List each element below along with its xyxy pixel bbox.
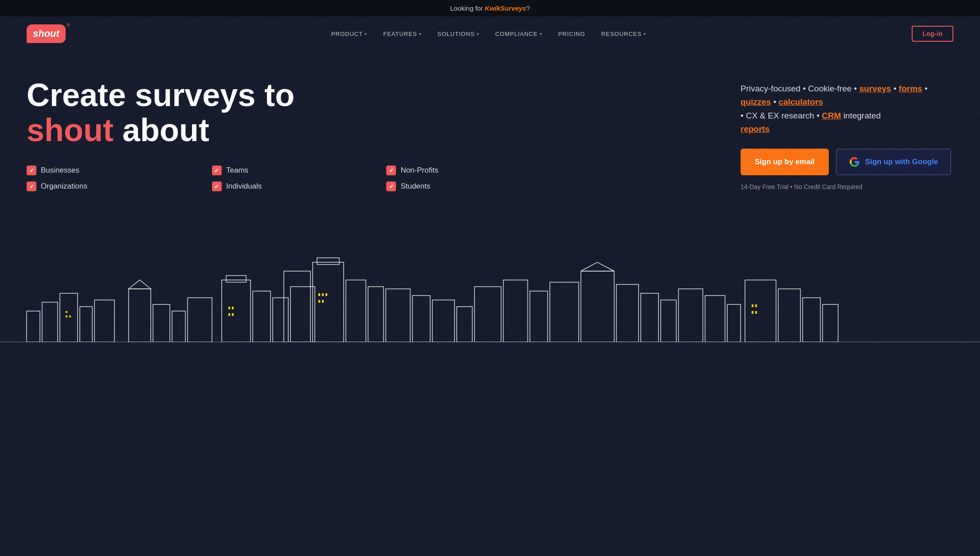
check-icon-nonprofits — [386, 166, 396, 175]
chevron-icon: ▾ — [643, 32, 646, 36]
svg-rect-36 — [474, 287, 501, 342]
logo-text: shout — [33, 28, 59, 39]
svg-rect-3 — [80, 307, 92, 342]
svg-rect-39 — [550, 282, 579, 342]
svg-rect-40 — [581, 271, 614, 342]
nav-item-features[interactable]: FEATURES ▾ — [383, 31, 421, 37]
svg-rect-10 — [153, 304, 170, 342]
svg-rect-27 — [318, 293, 320, 296]
nav-item-resources[interactable]: RESOURCES ▾ — [601, 31, 646, 37]
svg-rect-50 — [803, 298, 820, 342]
svg-rect-47 — [727, 304, 741, 342]
nav-item-pricing[interactable]: PRICING — [558, 31, 585, 37]
svg-rect-4 — [94, 300, 114, 342]
svg-rect-34 — [432, 300, 455, 342]
svg-rect-23 — [313, 262, 344, 342]
svg-rect-1 — [42, 302, 58, 342]
svg-rect-14 — [226, 276, 246, 282]
signup-email-button[interactable]: Sign up by email — [741, 149, 829, 175]
link-surveys[interactable]: surveys — [859, 84, 891, 93]
svg-rect-33 — [412, 296, 430, 342]
city-skyline-illustration — [0, 218, 980, 342]
hero-title: Create surveys to shout about — [27, 78, 537, 148]
svg-rect-55 — [755, 311, 757, 314]
login-button[interactable]: Log-in — [912, 26, 953, 42]
nav-links: PRODUCT ▾ FEATURES ▾ SOLUTIONS ▾ COMPLIA… — [331, 31, 646, 37]
svg-marker-9 — [129, 280, 151, 289]
signup-google-button[interactable]: Sign up with Google — [836, 149, 951, 175]
announcement-text: Looking for KwikSurveys? — [450, 4, 530, 12]
link-crm[interactable]: CRM — [822, 111, 841, 120]
list-item: Students — [386, 181, 536, 191]
svg-rect-25 — [346, 280, 366, 342]
check-icon-students — [386, 181, 396, 191]
list-item: Individuals — [212, 181, 360, 191]
svg-rect-53 — [755, 304, 757, 307]
google-logo-icon — [849, 157, 860, 167]
checklist: Businesses Teams Non-Profits Organizatio… — [27, 166, 537, 191]
svg-rect-42 — [616, 284, 639, 342]
skyline-section — [0, 218, 980, 342]
svg-rect-52 — [752, 304, 753, 307]
nav-link-features[interactable]: FEATURES ▾ — [383, 31, 421, 37]
hero-highlight: shout — [27, 112, 114, 148]
kwiksurveys-link[interactable]: KwikSurveys — [485, 4, 526, 12]
svg-rect-5 — [66, 315, 67, 317]
svg-rect-19 — [232, 307, 234, 309]
svg-rect-37 — [503, 280, 528, 342]
nav-item-product[interactable]: PRODUCT ▾ — [331, 31, 367, 37]
nav-link-compliance[interactable]: COMPLIANCE ▾ — [495, 31, 542, 37]
svg-rect-16 — [273, 298, 288, 342]
chevron-icon: ▾ — [419, 32, 422, 36]
svg-rect-21 — [232, 313, 234, 316]
nav-item-solutions[interactable]: SOLUTIONS ▾ — [438, 31, 479, 37]
announcement-bar: Looking for KwikSurveys? — [0, 0, 980, 16]
svg-rect-18 — [228, 307, 230, 309]
list-item: Organizations — [27, 181, 185, 191]
link-reports[interactable]: reports — [741, 124, 769, 134]
svg-rect-48 — [745, 280, 776, 342]
svg-rect-0 — [27, 311, 40, 342]
svg-rect-13 — [222, 280, 251, 342]
svg-rect-28 — [322, 293, 324, 296]
nav-link-resources[interactable]: RESOURCES ▾ — [601, 31, 646, 37]
svg-rect-31 — [322, 300, 324, 303]
check-icon-teams — [212, 166, 222, 175]
trial-text: 14-Day Free Trial • No Credit Card Requi… — [741, 183, 953, 190]
svg-rect-26 — [368, 287, 384, 342]
nav-link-pricing[interactable]: PRICING — [558, 31, 585, 37]
chevron-icon: ▾ — [540, 32, 542, 36]
svg-rect-38 — [530, 291, 548, 342]
svg-rect-6 — [66, 311, 67, 313]
link-forms[interactable]: forms — [899, 84, 922, 93]
svg-rect-49 — [778, 289, 800, 342]
link-quizzes[interactable]: quizzes — [741, 97, 771, 106]
list-item: Teams — [212, 166, 360, 175]
link-calculators[interactable]: calculators — [779, 97, 823, 106]
logo-link[interactable]: shout — [27, 24, 66, 43]
hero-section: Create surveys to shout about Businesses… — [0, 51, 980, 209]
hero-left: Create surveys to shout about Businesses… — [27, 78, 537, 191]
svg-rect-35 — [457, 307, 472, 342]
svg-rect-44 — [661, 300, 676, 342]
tagline: Privacy-focused • Cookie-free • surveys … — [741, 82, 953, 136]
svg-rect-29 — [325, 293, 327, 296]
svg-rect-8 — [129, 289, 151, 342]
svg-rect-11 — [172, 311, 185, 342]
list-item: Non-Profits — [386, 166, 536, 175]
svg-rect-43 — [641, 293, 659, 342]
svg-rect-32 — [386, 289, 410, 342]
chevron-icon: ▾ — [365, 32, 367, 36]
svg-rect-15 — [253, 291, 270, 342]
nav-link-solutions[interactable]: SOLUTIONS ▾ — [438, 31, 479, 37]
svg-rect-45 — [678, 289, 703, 342]
check-icon-individuals — [212, 181, 222, 191]
check-icon-businesses — [27, 166, 36, 175]
svg-rect-24 — [317, 258, 339, 264]
svg-rect-51 — [823, 304, 838, 342]
nav-item-compliance[interactable]: COMPLIANCE ▾ — [495, 31, 542, 37]
svg-rect-2 — [60, 293, 78, 342]
check-icon-organizations — [27, 181, 36, 191]
nav-link-product[interactable]: PRODUCT ▾ — [331, 31, 367, 37]
chevron-icon: ▾ — [477, 32, 479, 36]
